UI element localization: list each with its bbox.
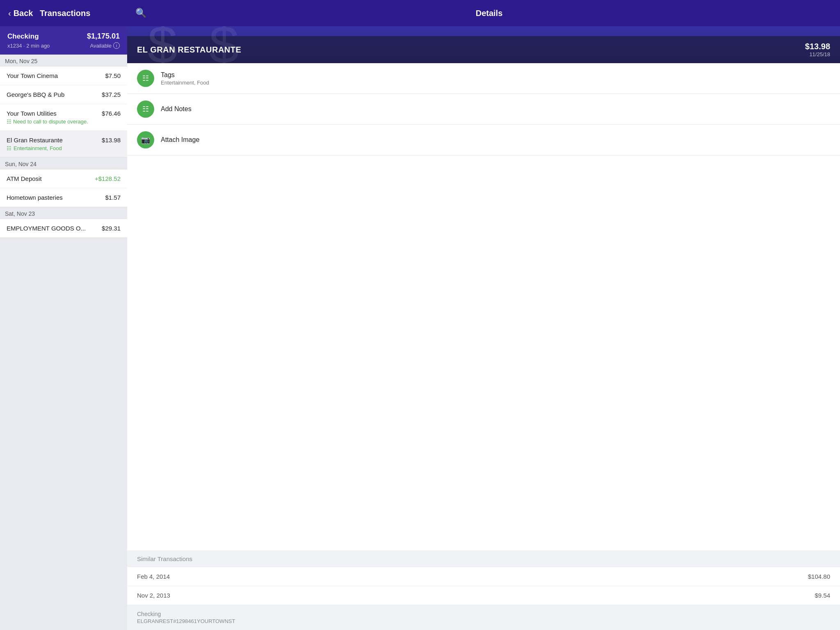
transaction-amount: $13.98 (102, 137, 121, 144)
tags-icon: ☷ (137, 70, 154, 87)
notes-content: Add Notes (161, 105, 830, 113)
dollar-bg-icon2: $ (209, 26, 239, 63)
transaction-item[interactable]: EMPLOYMENT GOODS O... $29.31 (0, 219, 127, 237)
transaction-amount-positive: +$128.52 (95, 175, 121, 182)
tags-value: Entertainment, Food (161, 80, 830, 86)
transaction-group-mon-nov-25: Your Town Cinema $7.50 George's BBQ & Pu… (0, 66, 127, 158)
attach-image-content: Attach Image (161, 136, 830, 144)
tags-row[interactable]: ☷ Tags Entertainment, Food (127, 63, 840, 94)
dispute-text: ☷ Need to call to dispute overage. (7, 119, 102, 125)
info-icon[interactable]: i (113, 42, 120, 49)
checking-info-label: Checking (137, 611, 830, 617)
header-center: Details (146, 9, 832, 18)
similar-transaction-item[interactable]: Feb 4, 2014 $104.80 (127, 567, 840, 586)
transaction-name: El Gran Restaurante (7, 137, 102, 144)
dispute-icon: ☷ (7, 119, 11, 125)
camera-symbol: 📷 (141, 135, 150, 144)
transaction-amount: $29.31 (102, 225, 121, 232)
transaction-name: Hometown pasteries (7, 194, 105, 201)
transaction-name: EMPLOYMENT GOODS O... (7, 225, 102, 232)
account-card[interactable]: Checking $1,175.01 x1234 · 2 min ago Ava… (0, 26, 127, 55)
similar-transaction-item[interactable]: Nov 2, 2013 $9.54 (127, 586, 840, 605)
transaction-left: Your Town Cinema (7, 72, 105, 79)
account-sub: x1234 · 2 min ago (7, 43, 50, 49)
transaction-left: ATM Deposit (7, 175, 95, 182)
transaction-tag: ☷ Entertainment, Food (7, 145, 102, 151)
dollar-bg-icon: $ (148, 26, 177, 63)
tags-title: Tags (161, 71, 830, 79)
transaction-amount: $37.25 (102, 91, 121, 98)
detail-content: ☷ Tags Entertainment, Food ☷ Add Notes (127, 63, 840, 550)
tag-icon: ☷ (7, 145, 11, 151)
transaction-item[interactable]: George's BBQ & Pub $37.25 (0, 85, 127, 104)
account-card-top: Checking $1,175.01 (7, 32, 120, 41)
back-button[interactable]: ‹ Back Transactions (8, 9, 123, 18)
similar-date: Nov 2, 2013 (137, 592, 170, 599)
transaction-left: Hometown pasteries (7, 194, 105, 201)
transaction-name: ATM Deposit (7, 175, 95, 182)
app-header: ‹ Back Transactions 🔍 Details (0, 0, 840, 26)
detail-amount-date: $13.98 11/25/18 (805, 42, 830, 57)
transaction-amount: $1.57 (105, 194, 121, 201)
account-card-bottom: x1234 · 2 min ago Available i (7, 42, 120, 49)
detail-date: 11/25/18 (805, 51, 830, 57)
transaction-left: EMPLOYMENT GOODS O... (7, 225, 102, 232)
transaction-item[interactable]: Hometown pasteries $1.57 (0, 188, 127, 207)
transaction-left: El Gran Restaurante ☷ Entertainment, Foo… (7, 137, 102, 151)
detail-banner: $ $ EL GRAN RESTAURANTE $13.98 11/25/18 (127, 26, 840, 63)
notes-icon: ☷ (137, 100, 154, 118)
notes-symbol: ☷ (142, 105, 149, 114)
main-container: Checking $1,175.01 x1234 · 2 min ago Ava… (0, 26, 840, 630)
transaction-amount: $76.46 (102, 110, 121, 117)
attach-image-row[interactable]: 📷 Attach Image (127, 125, 840, 155)
date-group-sat-nov-23: Sat, Nov 23 (0, 207, 127, 219)
similar-date: Feb 4, 2014 (137, 573, 170, 580)
account-balance: $1,175.01 (87, 32, 120, 41)
similar-header-label: Similar Transactions (137, 555, 192, 562)
similar-amount: $104.80 (808, 573, 830, 580)
transaction-group-sat-nov-23: EMPLOYMENT GOODS O... $29.31 (0, 219, 127, 238)
back-label: Back (14, 9, 33, 18)
transaction-name: Your Town Cinema (7, 72, 105, 79)
transaction-item-selected[interactable]: El Gran Restaurante ☷ Entertainment, Foo… (0, 131, 127, 157)
right-panel: $ $ EL GRAN RESTAURANTE $13.98 11/25/18 … (127, 26, 840, 630)
attach-image-icon: 📷 (137, 131, 154, 148)
transaction-name: Your Town Utilities (7, 110, 102, 117)
checking-info-id: ELGRANREST#1298461YOURTOWNST (137, 618, 830, 624)
transaction-left: Your Town Utilities ☷ Need to call to di… (7, 110, 102, 125)
tag-text: Entertainment, Food (14, 145, 62, 151)
available-label: Available (90, 43, 112, 49)
account-name: Checking (7, 32, 39, 41)
transaction-group-sun-nov-24: ATM Deposit +$128.52 Hometown pasteries … (0, 169, 127, 207)
left-panel: Checking $1,175.01 x1234 · 2 min ago Ava… (0, 26, 127, 630)
tags-content: Tags Entertainment, Food (161, 71, 830, 86)
similar-transactions-header: Similar Transactions (127, 550, 840, 567)
date-group-mon-nov-25: Mon, Nov 25 (0, 55, 127, 66)
transaction-item[interactable]: ATM Deposit +$128.52 (0, 169, 127, 188)
transaction-left: George's BBQ & Pub (7, 91, 102, 98)
notes-title: Add Notes (161, 105, 830, 113)
back-chevron-icon: ‹ (8, 9, 11, 18)
transaction-item[interactable]: Your Town Cinema $7.50 (0, 66, 127, 85)
checking-info: Checking ELGRANREST#1298461YOURTOWNST (127, 605, 840, 630)
transaction-name: George's BBQ & Pub (7, 91, 102, 98)
detail-amount: $13.98 (805, 42, 830, 51)
account-available: Available i (90, 42, 120, 49)
notes-row[interactable]: ☷ Add Notes (127, 94, 840, 125)
transaction-amount: $7.50 (105, 72, 121, 79)
transactions-title: Transactions (40, 9, 90, 18)
transaction-item[interactable]: Your Town Utilities ☷ Need to call to di… (0, 104, 127, 131)
similar-amount: $9.54 (815, 592, 830, 599)
attach-image-title: Attach Image (161, 136, 830, 144)
date-group-sun-nov-24: Sun, Nov 24 (0, 158, 127, 169)
details-title: Details (476, 9, 503, 18)
search-icon[interactable]: 🔍 (135, 8, 146, 18)
tag-symbol: ☷ (142, 74, 149, 83)
